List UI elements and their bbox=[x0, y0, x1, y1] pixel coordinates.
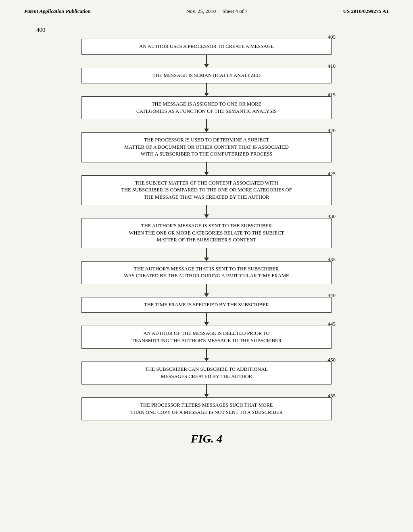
box-wrapper-450: 450THE SUBSCRIBER CAN SUBSCRIBE TO ADDIT… bbox=[81, 362, 332, 384]
arrow-head-450 bbox=[204, 394, 209, 397]
flow-item-410: 410THE MESSAGE IS SEMANTICALLY ANALYZED bbox=[81, 68, 332, 97]
step-number-455: 455 bbox=[328, 393, 336, 399]
step-box-425: THE SUBJECT MATTER OF THE CONTENT ASSOCI… bbox=[81, 175, 332, 206]
arrow-415 bbox=[204, 119, 209, 132]
step-number-420: 420 bbox=[328, 127, 336, 134]
step-box-450: THE SUBSCRIBER CAN SUBSCRIBE TO ADDITION… bbox=[81, 362, 332, 384]
arrow-405 bbox=[204, 55, 209, 68]
arrow-head-430 bbox=[204, 258, 209, 261]
flow-item-445: 445AN AUTHOR OF THE MESSAGE IS DELETED P… bbox=[81, 326, 332, 362]
step-number-425: 425 bbox=[328, 170, 336, 177]
arrow-line-420 bbox=[206, 162, 207, 172]
arrow-450 bbox=[204, 384, 209, 397]
step-box-440: THE TIME FRAME IS SPECIFIED BY THE SUBSC… bbox=[81, 297, 332, 313]
arrow-410 bbox=[204, 83, 209, 96]
arrow-line-425 bbox=[206, 205, 207, 214]
box-wrapper-410: 410THE MESSAGE IS SEMANTICALLY ANALYZED bbox=[81, 68, 332, 84]
step-number-415: 415 bbox=[328, 91, 336, 98]
arrow-445 bbox=[204, 349, 209, 362]
flow-item-430: 430THE AUTHOR'S MESSAGE IS SENT TO THE S… bbox=[81, 218, 332, 261]
arrow-line-435 bbox=[206, 284, 207, 293]
arrow-435 bbox=[204, 284, 209, 297]
arrow-line-445 bbox=[206, 349, 207, 358]
step-number-405: 405 bbox=[328, 34, 336, 40]
box-wrapper-405: 405AN AUTHOR USES A PROCESSOR TO CREATE … bbox=[81, 39, 332, 55]
page: Patent Application Publication Nov. 25, … bbox=[0, 0, 413, 532]
diagram-label: 400 bbox=[36, 27, 46, 33]
step-number-435: 435 bbox=[328, 256, 336, 263]
flowchart: 405AN AUTHOR USES A PROCESSOR TO CREATE … bbox=[81, 39, 332, 420]
arrow-line-405 bbox=[206, 55, 207, 64]
step-box-415: THE MESSAGE IS ASSIGNED TO ONE OR MORECA… bbox=[81, 96, 332, 119]
diagram-container: 400 405AN AUTHOR USES A PROCESSOR TO CRE… bbox=[24, 27, 389, 420]
arrow-440 bbox=[204, 313, 209, 326]
flow-item-450: 450THE SUBSCRIBER CAN SUBSCRIBE TO ADDIT… bbox=[81, 362, 332, 397]
flow-item-435: 435THE AUTHOR'S MESSAGE THAT IS SENT TO … bbox=[81, 261, 332, 297]
header-date: Nov. 25, 2010 bbox=[186, 8, 216, 14]
flow-item-420: 420THE PROCESSOR IS USED TO DETERMINE A … bbox=[81, 132, 332, 175]
step-box-435: THE AUTHOR'S MESSAGE THAT IS SENT TO THE… bbox=[81, 261, 332, 284]
step-number-450: 450 bbox=[328, 357, 336, 363]
arrow-425 bbox=[204, 205, 209, 218]
step-number-410: 410 bbox=[328, 63, 336, 69]
arrow-430 bbox=[204, 248, 209, 261]
header-center: Nov. 25, 2010 Sheet 4 of 7 bbox=[186, 8, 248, 15]
step-number-445: 445 bbox=[328, 321, 336, 327]
page-header: Patent Application Publication Nov. 25, … bbox=[24, 8, 389, 15]
box-wrapper-455: 455THE PROCESSOR FILTERS MESSAGES SUCH T… bbox=[81, 397, 332, 420]
step-box-455: THE PROCESSOR FILTERS MESSAGES SUCH THAT… bbox=[81, 397, 332, 420]
header-right: US 2010/0299275 A1 bbox=[343, 8, 389, 15]
box-wrapper-435: 435THE AUTHOR'S MESSAGE THAT IS SENT TO … bbox=[81, 261, 332, 284]
arrow-line-410 bbox=[206, 83, 207, 93]
box-wrapper-415: 415THE MESSAGE IS ASSIGNED TO ONE OR MOR… bbox=[81, 96, 332, 119]
arrow-head-405 bbox=[204, 64, 209, 68]
arrow-line-450 bbox=[206, 384, 207, 394]
flow-item-425: 425THE SUBJECT MATTER OF THE CONTENT ASS… bbox=[81, 175, 332, 218]
step-box-445: AN AUTHOR OF THE MESSAGE IS DELETED PRIO… bbox=[81, 326, 332, 349]
arrow-head-440 bbox=[204, 322, 209, 326]
arrow-head-415 bbox=[204, 129, 209, 132]
arrow-420 bbox=[204, 162, 209, 175]
step-box-405: AN AUTHOR USES A PROCESSOR TO CREATE A M… bbox=[81, 39, 332, 55]
arrow-line-440 bbox=[206, 313, 207, 322]
arrow-line-430 bbox=[206, 248, 207, 258]
flow-item-455: 455THE PROCESSOR FILTERS MESSAGES SUCH T… bbox=[81, 397, 332, 420]
arrow-head-410 bbox=[204, 93, 209, 96]
box-wrapper-420: 420THE PROCESSOR IS USED TO DETERMINE A … bbox=[81, 132, 332, 162]
step-box-420: THE PROCESSOR IS USED TO DETERMINE A SUB… bbox=[81, 132, 332, 162]
figure-label: FIG. 4 bbox=[24, 432, 389, 445]
step-box-410: THE MESSAGE IS SEMANTICALLY ANALYZED bbox=[81, 68, 332, 84]
arrow-head-445 bbox=[204, 358, 209, 362]
flow-item-440: 440THE TIME FRAME IS SPECIFIED BY THE SU… bbox=[81, 297, 332, 326]
arrow-head-435 bbox=[204, 293, 209, 297]
flow-item-415: 415THE MESSAGE IS ASSIGNED TO ONE OR MOR… bbox=[81, 96, 332, 132]
box-wrapper-445: 445AN AUTHOR OF THE MESSAGE IS DELETED P… bbox=[81, 326, 332, 349]
header-sheet: Sheet 4 of 7 bbox=[222, 8, 247, 14]
arrow-head-425 bbox=[204, 214, 209, 218]
flow-item-405: 405AN AUTHOR USES A PROCESSOR TO CREATE … bbox=[81, 39, 332, 68]
step-box-430: THE AUTHOR'S MESSAGE IS SENT TO THE SUBS… bbox=[81, 218, 332, 248]
step-number-430: 430 bbox=[328, 213, 336, 220]
box-wrapper-440: 440THE TIME FRAME IS SPECIFIED BY THE SU… bbox=[81, 297, 332, 313]
header-left: Patent Application Publication bbox=[24, 8, 91, 15]
arrow-line-415 bbox=[206, 119, 207, 129]
arrow-head-420 bbox=[204, 172, 209, 175]
box-wrapper-430: 430THE AUTHOR'S MESSAGE IS SENT TO THE S… bbox=[81, 218, 332, 248]
step-number-440: 440 bbox=[328, 292, 336, 299]
box-wrapper-425: 425THE SUBJECT MATTER OF THE CONTENT ASS… bbox=[81, 175, 332, 206]
